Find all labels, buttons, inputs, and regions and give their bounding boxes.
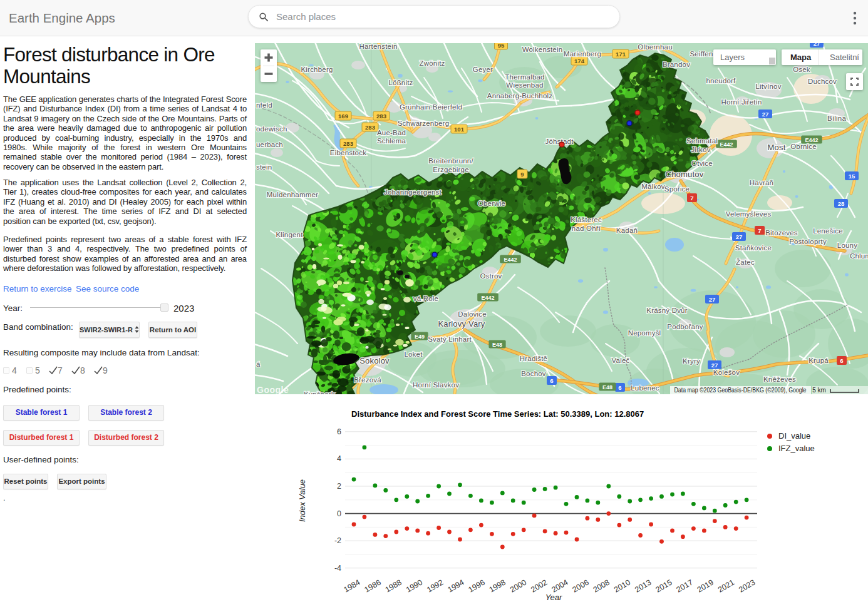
svg-text:6: 6 [550,377,553,384]
svg-text:Velemyšleves: Velemyšleves [726,210,772,218]
svg-text:Ostrov: Ostrov [480,272,502,280]
svg-text:101: 101 [454,126,465,133]
svg-text:Chomutov: Chomutov [666,170,704,179]
svg-text:E442: E442 [481,295,494,301]
svg-text:nad Ohří: nad Ohří [572,225,601,232]
svg-text:vá Role: vá Role [413,295,438,302]
svg-text:nfeld: nfeld [256,101,272,109]
svg-text:Horní Slavkov: Horní Slavkov [413,381,459,389]
svg-text:Svatý Linhart: Svatý Linhart [428,335,472,343]
svg-text:DI_value: DI_value [778,431,810,441]
svg-text:Březová: Březová [354,376,381,384]
svg-text:Spořice: Spořice [664,185,690,193]
svg-text:174: 174 [574,58,585,64]
svg-text:283: 283 [365,124,375,131]
svg-text:9: 9 [520,171,524,178]
svg-text:28: 28 [838,200,845,207]
svg-text:Aue-Bad: Aue-Bad [377,129,406,136]
svg-text:E48: E48 [492,342,502,348]
svg-text:6: 6 [840,357,843,364]
svg-text:Otvice: Otvice [691,160,713,167]
svg-text:2021: 2021 [716,578,736,594]
svg-text:27: 27 [736,233,743,240]
svg-text:Karlovy Vary: Karlovy Vary [438,319,485,329]
svg-text:Zwönitz: Zwönitz [419,59,445,67]
svg-text:Kirchberg: Kirchberg [301,66,333,73]
svg-text:7: 7 [690,195,693,201]
svg-text:2002: 2002 [529,578,549,594]
svg-text:E49: E49 [415,334,425,340]
svg-text:1990: 1990 [405,578,424,594]
svg-text:Wiesenbad: Wiesenbad [506,81,543,89]
svg-text:Krásný Dvůr: Krásný Dvůr [646,307,687,314]
svg-text:Grünhain-Beierfeld: Grünhain-Beierfeld [400,103,462,111]
svg-text:Sehmatal: Sehmatal [686,137,718,145]
svg-text:27: 27 [711,362,718,369]
svg-text:283: 283 [343,140,353,147]
svg-text:2023: 2023 [737,578,757,594]
svg-text:1996: 1996 [467,578,487,594]
svg-text:1984: 1984 [342,578,361,594]
svg-text:uerbach: uerbach [256,141,283,148]
svg-text:27: 27 [814,43,820,47]
svg-text:Lubenec: Lubenec [631,384,659,392]
svg-text:Staňkovice: Staňkovice [735,244,772,252]
svg-text:Málkov: Málkov [641,183,665,190]
svg-text:2019: 2019 [696,578,715,594]
svg-text:E442: E442 [720,141,733,148]
svg-text:Horní Jiřetín: Horní Jiřetín [721,98,762,106]
svg-text:Lößnitz: Lößnitz [388,79,413,86]
svg-text:E442: E442 [504,257,517,263]
svg-text:Litvínov: Litvínov [755,83,781,90]
svg-text:Data map ©2023 GeoBasis-DE/BKG: Data map ©2023 GeoBasis-DE/BKG (©2009), … [674,387,807,394]
svg-text:Kryry: Kryry [683,357,700,365]
svg-text:Nepomyšl: Nepomyšl [628,329,661,337]
svg-text:Bitozeves: Bitozeves [765,229,798,237]
svg-text:Thermalbad: Thermalbad [505,73,544,81]
svg-text:Lenešice: Lenešice [813,227,843,235]
svg-text:6: 6 [337,427,341,436]
svg-text:Marienberg: Marienberg [564,50,601,58]
svg-text:Valeč: Valeč [612,357,630,364]
svg-text:Bochov: Bochov [521,370,546,377]
svg-text:Podbořany: Podbořany [667,323,703,330]
svg-text:stein: stein [256,163,272,171]
svg-text:Erzgebirge: Erzgebirge [433,166,469,173]
svg-text:Louny: Louny [837,242,857,249]
svg-text:Sokolov: Sokolov [359,356,390,365]
svg-text:Žatec: Žatec [736,258,755,266]
svg-text:2008: 2008 [592,578,611,594]
svg-text:Bílina: Bílina [827,115,846,122]
svg-text:odewisch: odewisch [256,125,287,133]
svg-text:Hradiště: Hradiště [520,355,547,362]
svg-text:Wolkenstein: Wolkenstein [522,46,563,53]
svg-text:Geyer: Geyer [473,66,493,73]
svg-text:Most: Most [768,143,786,152]
svg-text:Annaberg-Buchholz: Annaberg-Buchholz [487,92,552,99]
svg-text:Loket: Loket [404,350,423,358]
svg-text:-2: -2 [334,536,341,545]
svg-text:2013: 2013 [633,578,653,594]
svg-text:Seiffen: Seiffen [690,50,713,58]
svg-text:IFZ_value: IFZ_value [778,444,815,453]
svg-text:1986: 1986 [363,578,383,594]
svg-text:Muldenhammer: Muldenhammer [267,191,318,198]
svg-text:Dalovice: Dalovice [458,310,487,318]
svg-text:Duchcov: Duchcov [808,78,837,85]
svg-text:Kadaň: Kadaň [616,227,638,234]
svg-text:Klingent: Klingent [276,231,303,238]
svg-text:2004: 2004 [550,578,569,594]
svg-text:Klášterec: Klášterec [571,216,602,223]
svg-text:Oberwie: Oberwie [478,200,505,207]
svg-text:-4: -4 [334,564,341,573]
svg-text:169: 169 [338,113,348,120]
svg-text:Olbernhau: Olbernhau [638,43,673,51]
svg-text:95: 95 [498,43,505,49]
svg-text:1994: 1994 [446,578,465,594]
svg-text:Kněževes: Kněževes [763,375,796,383]
svg-text:Krupá: Krupá [809,357,829,364]
svg-text:Kolešov: Kolešov [713,369,740,376]
svg-text:5 km: 5 km [812,387,826,394]
svg-text:7: 7 [758,227,761,234]
svg-text:27: 27 [709,296,716,303]
